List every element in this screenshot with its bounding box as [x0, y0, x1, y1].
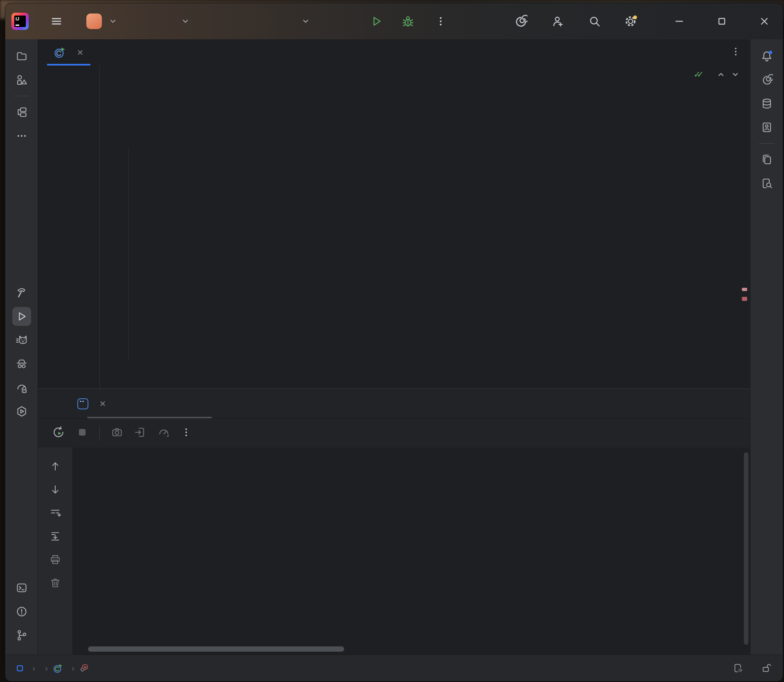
terminal-icon	[16, 582, 28, 594]
strip-divider	[759, 143, 775, 144]
exit-arrow-icon	[134, 426, 146, 438]
find-in-document-tool-button[interactable]	[757, 174, 776, 193]
stop-icon	[76, 426, 88, 438]
tab-close-icon[interactable]	[77, 49, 84, 56]
inspections-ok-icon: ✓✓	[694, 70, 705, 79]
person-document-icon	[761, 121, 773, 133]
breadcrumb-chevron: ›	[32, 663, 35, 673]
console-panel[interactable]	[72, 447, 750, 655]
copy-tool-button[interactable]	[757, 150, 776, 169]
console-gutter-toolbar	[38, 447, 72, 655]
close-button[interactable]	[759, 16, 770, 27]
run-button[interactable]	[370, 15, 383, 27]
main-menu-button[interactable]	[50, 15, 63, 27]
project-tool-button[interactable]	[12, 47, 31, 65]
next-problem-chevron-icon[interactable]	[731, 70, 739, 79]
minimize-button[interactable]	[674, 16, 685, 27]
soft-wrap-button[interactable]	[47, 505, 63, 521]
breadcrumb: › › › m	[16, 663, 93, 673]
database-tool-button[interactable]	[757, 94, 776, 113]
rerun-button[interactable]	[52, 426, 65, 440]
version-control-tool-button[interactable]	[12, 626, 31, 645]
terminal-tool-button[interactable]	[12, 578, 31, 597]
structure-tool-button[interactable]	[12, 70, 31, 89]
breadcrumb-chevron: ›	[45, 663, 48, 673]
document-search-icon	[761, 177, 773, 190]
console-horizontal-scrollbar[interactable]	[88, 646, 344, 652]
run-tool-button[interactable]	[12, 307, 31, 326]
error-stripe-mark[interactable]	[742, 297, 747, 301]
gauge-icon	[158, 426, 170, 438]
maximize-button[interactable]	[716, 16, 727, 27]
exit-console-button[interactable]	[134, 426, 146, 440]
scroll-to-end-button[interactable]	[47, 528, 63, 544]
thread-dump-button[interactable]	[111, 426, 123, 440]
more-actions-button[interactable]	[435, 16, 446, 27]
code-editor[interactable]: ✓✓	[38, 65, 750, 388]
toolbar-more-button[interactable]	[181, 427, 191, 439]
prev-problem-chevron-icon[interactable]	[717, 70, 725, 79]
stop-button[interactable]	[76, 426, 88, 440]
navigate-up-button[interactable]	[47, 458, 63, 474]
kebab-icon	[435, 16, 446, 27]
run-panel-header	[38, 389, 750, 418]
hierarchy-tool-button[interactable]	[12, 103, 31, 122]
hexagon-play-tool-button[interactable]	[12, 402, 31, 421]
run-play-icon	[370, 15, 383, 27]
inspection-widget[interactable]: ✓✓	[694, 70, 739, 79]
contributors-tool-button[interactable]	[757, 118, 776, 137]
bell-icon	[760, 50, 773, 63]
run-tab-close-icon[interactable]	[99, 400, 106, 407]
incognito-tool-button[interactable]	[12, 355, 31, 373]
breadcrumb-method[interactable]: m	[79, 663, 93, 673]
console-vertical-scrollbar[interactable]	[744, 452, 748, 645]
clear-console-button[interactable]	[47, 575, 63, 591]
svg-text:m: m	[84, 665, 86, 669]
maximize-icon	[716, 16, 727, 27]
debug-button[interactable]	[401, 15, 415, 28]
strip-divider	[14, 96, 29, 96]
print-button[interactable]	[47, 551, 63, 568]
tab-bar-options-button[interactable]	[730, 46, 741, 59]
ai-assistant-button[interactable]	[514, 14, 527, 28]
build-tool-button[interactable]	[12, 283, 31, 302]
title-bar: IJ	[5, 3, 783, 39]
settings-button[interactable]	[624, 14, 638, 28]
tab-perfil-java[interactable]	[47, 39, 90, 65]
breadcrumb-class[interactable]	[53, 663, 67, 673]
breadcrumb-chevron: ›	[72, 663, 74, 673]
soft-wrap-icon	[50, 507, 61, 519]
breadcrumb-project[interactable]	[16, 664, 27, 672]
problems-tool-button[interactable]	[12, 602, 31, 621]
run-configuration-widget[interactable]	[298, 18, 309, 25]
java-class-icon	[53, 663, 63, 673]
profiler-tool-button[interactable]	[12, 378, 31, 397]
arrow-down-icon	[50, 484, 61, 495]
write-access-widget[interactable]	[761, 663, 772, 673]
code-with-me-button[interactable]	[551, 15, 564, 28]
vcs-widget[interactable]	[178, 18, 189, 25]
settings-notification-dot	[633, 16, 637, 19]
indent-widget[interactable]	[733, 663, 747, 673]
ellipsis-icon	[16, 130, 28, 142]
chevron-down-icon	[182, 18, 189, 25]
method-icon: m	[79, 663, 89, 673]
hamburger-icon	[50, 15, 63, 27]
navigate-down-button[interactable]	[47, 481, 63, 498]
more-tool-windows-button[interactable]	[12, 126, 31, 145]
java-class-icon	[54, 46, 66, 59]
notifications-button[interactable]	[757, 47, 776, 65]
cat-plugin-tool-button[interactable]	[12, 331, 31, 350]
git-branch-icon	[16, 629, 28, 641]
run-toolbar	[38, 418, 750, 447]
error-stripe-mark[interactable]	[742, 288, 747, 291]
project-widget[interactable]	[86, 14, 117, 29]
ai-assistant-tool-button[interactable]	[757, 70, 776, 89]
camera-icon	[111, 426, 123, 438]
arrow-up-icon	[50, 461, 61, 472]
minimize-icon	[674, 16, 685, 27]
chevron-down-icon	[109, 18, 117, 25]
search-everywhere-button[interactable]	[588, 15, 601, 28]
run-tab-perfil[interactable]	[77, 389, 106, 418]
profiler-button[interactable]	[158, 426, 170, 440]
